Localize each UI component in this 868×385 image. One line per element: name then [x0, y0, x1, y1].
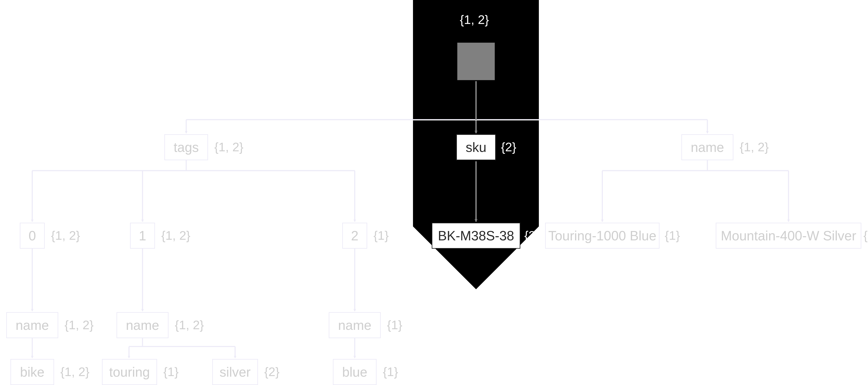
annot-name: {1, 2} — [740, 140, 769, 154]
node-tag0-name: name — [6, 312, 58, 338]
annot-tag0-name: {1, 2} — [64, 318, 94, 332]
annot-bike: {1, 2} — [60, 365, 90, 379]
node-tag-0: 0 — [20, 223, 45, 249]
node-tag-1: 1 — [130, 223, 155, 249]
annot-touring: {1} — [163, 365, 179, 379]
annot-tag-1: {1, 2} — [161, 228, 190, 243]
node-name-value-2: Mountain-400-W Silver — [716, 223, 861, 249]
annot-tag2-name: {1} — [387, 318, 402, 332]
annot-tags: {1, 2} — [214, 140, 243, 154]
node-bike: bike — [10, 359, 54, 385]
node-tag1-name: name — [117, 312, 168, 338]
annot-tag-0: {1, 2} — [51, 228, 80, 243]
annot-tag-2: {1} — [373, 228, 389, 243]
annot-silver: {2} — [264, 365, 279, 379]
node-tag2-name: name — [329, 312, 381, 338]
annot-name-value-1: {1} — [665, 228, 680, 243]
annot-sku: {2} — [501, 140, 516, 154]
node-sku: sku — [456, 134, 496, 160]
node-sku-value: BK-M38S-38 — [432, 223, 520, 249]
index-tree-diagram: {1, 2} tags {1, 2} sku {2} name {1, 2} 0… — [0, 0, 868, 385]
node-blue: blue — [333, 359, 377, 385]
node-name-value-1: Touring-1000 Blue — [545, 223, 659, 249]
root-node — [457, 43, 495, 80]
node-silver: silver — [212, 359, 258, 385]
annot-tag1-name: {1, 2} — [175, 318, 204, 332]
root-annotation: {1, 2} — [460, 12, 489, 27]
node-touring: touring — [102, 359, 157, 385]
node-tag-2: 2 — [342, 223, 367, 249]
annot-blue: {1} — [383, 365, 398, 379]
node-tags: tags — [164, 134, 208, 160]
annot-name-value-2: {2} — [863, 228, 868, 243]
node-name: name — [681, 134, 734, 160]
annot-sku-value: {2} — [524, 228, 539, 243]
